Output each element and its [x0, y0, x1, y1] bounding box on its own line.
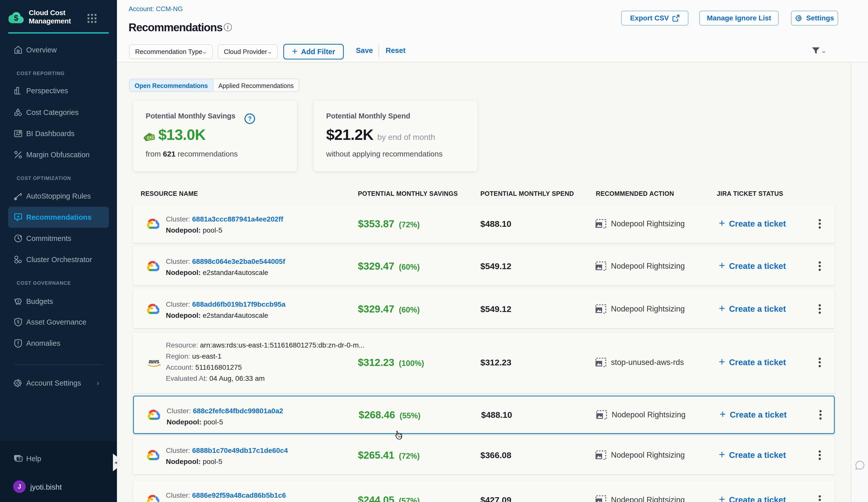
svg-text:?: ?	[18, 457, 20, 461]
svg-text:$: $	[14, 14, 18, 22]
svg-text:$: $	[17, 299, 19, 303]
svg-text:aws: aws	[149, 358, 159, 365]
svg-text:$: $	[17, 319, 19, 324]
